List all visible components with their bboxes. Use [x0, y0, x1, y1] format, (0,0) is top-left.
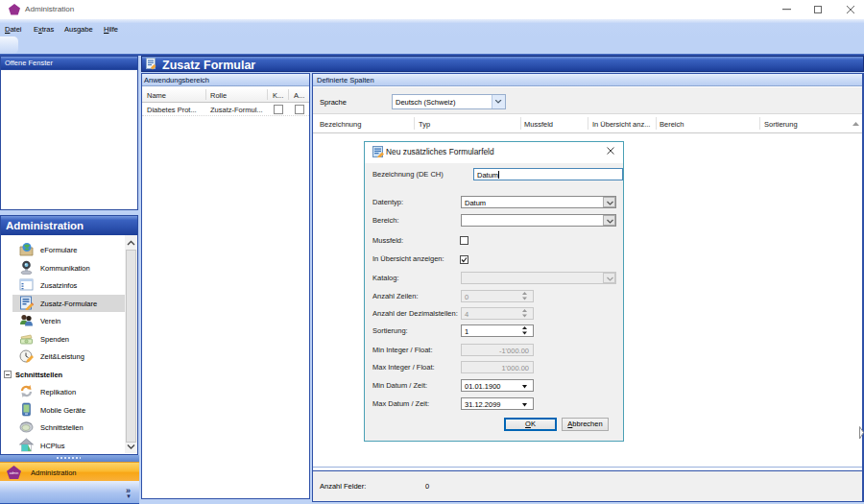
- svg-text:admin: admin: [10, 471, 19, 475]
